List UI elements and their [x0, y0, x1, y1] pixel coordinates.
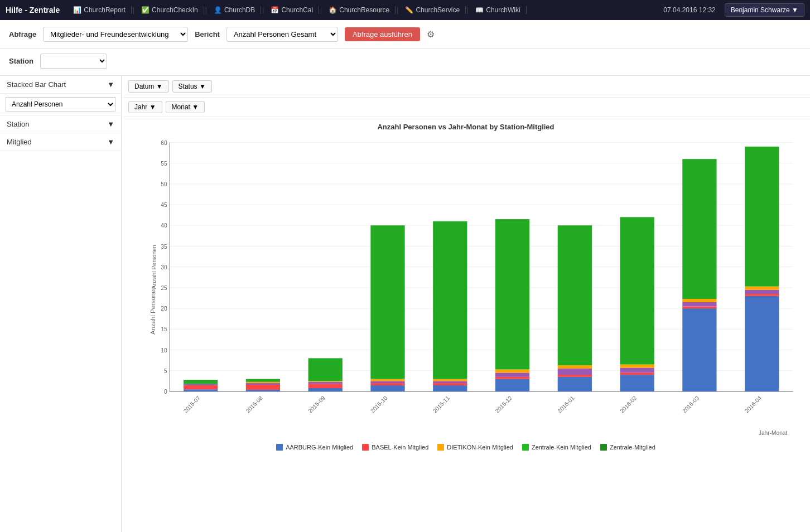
legend-item: DIETIKON-Kein Mitglied — [437, 444, 513, 451]
churchcheckin-icon: ✅ — [141, 6, 150, 14]
nav-link-churchdb[interactable]: 👤ChurchDB — [208, 6, 261, 14]
legend-item: BASEL-Kein Mitglied — [362, 444, 428, 451]
svg-rect-46 — [370, 383, 404, 385]
svg-rect-78 — [682, 299, 716, 302]
svg-rect-37 — [246, 379, 280, 382]
svg-rect-76 — [682, 306, 716, 308]
svg-text:2015-12: 2015-12 — [494, 395, 513, 414]
svg-rect-57 — [495, 379, 529, 391]
monat-caret-icon: ▼ — [192, 103, 199, 111]
y-axis-label-text: Anzahl Personen — [150, 286, 156, 335]
abfrage-label: Abfrage — [9, 30, 36, 38]
svg-rect-36 — [246, 382, 280, 383]
datum-caret-icon: ▼ — [156, 83, 163, 90]
svg-rect-43 — [308, 358, 343, 381]
jahr-filter-button[interactable]: Jahr ▼ — [128, 101, 162, 113]
jahr-caret-icon: ▼ — [150, 103, 156, 111]
metric-row: Anzahl Personen — [0, 94, 121, 115]
svg-text:2016-02: 2016-02 — [619, 395, 638, 414]
svg-text:20: 20 — [161, 306, 167, 312]
settings-icon-button[interactable]: ⚙ — [427, 29, 435, 40]
legend-color-swatch — [522, 444, 529, 451]
status-filter-button[interactable]: Status ▼ — [172, 80, 212, 93]
svg-rect-81 — [745, 296, 779, 391]
bar-chart-svg: Anzahl Personen 051015202530354045505560… — [150, 137, 804, 438]
svg-rect-31 — [184, 380, 218, 384]
svg-rect-63 — [558, 377, 592, 391]
svg-rect-82 — [745, 294, 779, 296]
svg-rect-42 — [308, 381, 343, 381]
svg-rect-35 — [246, 383, 280, 385]
nav-links: 📊ChurchReport | ✅ChurchCheckIn | 👤Church… — [68, 6, 663, 14]
monat-filter-button[interactable]: Monat ▼ — [166, 101, 205, 113]
nav-link-churchservice[interactable]: ✏️ChurchService — [399, 6, 466, 14]
status-caret-icon: ▼ — [199, 83, 206, 90]
sidebar: Stacked Bar Chart ▼ Anzahl Personen Stat… — [0, 76, 122, 532]
monat-label: Monat — [172, 103, 190, 111]
svg-rect-84 — [745, 287, 779, 290]
svg-rect-71 — [620, 368, 654, 373]
nav-link-churchresource[interactable]: 🏠ChurchResource — [323, 6, 396, 14]
mitglied-dropdown-button[interactable]: Mitglied ▼ — [0, 133, 121, 151]
metric-select[interactable]: Anzahl Personen — [6, 97, 115, 112]
nav-link-churchcheckin[interactable]: ✅ChurchCheckIn — [136, 6, 204, 14]
svg-text:45: 45 — [161, 202, 167, 208]
svg-rect-60 — [495, 369, 529, 373]
legend-item-label: BASEL-Kein Mitglied — [372, 444, 428, 451]
svg-text:2016-01: 2016-01 — [557, 395, 576, 414]
datum-filter-button[interactable]: Datum ▼ — [128, 80, 169, 93]
run-query-button[interactable]: Abfrage ausführen — [345, 27, 420, 41]
abfrage-select[interactable]: Mitglieder- und Freundesentwicklung — [43, 27, 188, 42]
nav-link-churchwiki[interactable]: 📖ChurchWiki — [470, 6, 526, 14]
svg-rect-69 — [620, 375, 654, 391]
jahr-label: Jahr — [134, 103, 147, 111]
chart-toolbar: Datum ▼ Status ▼ — [122, 76, 810, 98]
filter-bar-row2: Station — [0, 49, 810, 76]
bericht-select[interactable]: Anzahl Personen Gesamt — [226, 27, 338, 42]
svg-rect-45 — [370, 385, 404, 391]
svg-text:5: 5 — [164, 368, 167, 374]
legend-item-label: Zentrale-Kein Mitglied — [532, 444, 591, 451]
svg-rect-52 — [433, 383, 467, 385]
churchresource-icon: 🏠 — [329, 6, 337, 14]
svg-text:2015-10: 2015-10 — [369, 395, 388, 414]
legend-item-label: Zentrale-Mitglied — [610, 444, 655, 451]
svg-text:2016-04: 2016-04 — [744, 395, 763, 414]
nav-link-churchreport[interactable]: 📊ChurchReport — [68, 6, 132, 14]
nav-right: 07.04.2016 12:32 Benjamin Schwarze ▼ — [663, 3, 804, 17]
chart-type-caret-icon: ▼ — [107, 80, 114, 89]
legend-color-swatch — [437, 444, 444, 451]
nav-link-churchcal[interactable]: 📅ChurchCal — [265, 6, 319, 14]
svg-text:0: 0 — [164, 389, 167, 395]
user-menu-button[interactable]: Benjamin Schwarze ▼ — [725, 3, 804, 17]
svg-text:30: 30 — [161, 264, 167, 270]
svg-rect-73 — [620, 217, 654, 364]
station-select[interactable] — [40, 54, 107, 69]
svg-rect-64 — [558, 375, 592, 377]
svg-rect-79 — [682, 159, 716, 299]
churchdb-icon: 👤 — [214, 6, 222, 14]
legend-item: Zentrale-Mitglied — [600, 444, 655, 451]
svg-text:2016-03: 2016-03 — [681, 395, 700, 414]
chart-container: Anzahl Personen vs Jahr-Monat by Station… — [122, 117, 810, 439]
top-navigation: Hilfe - Zentrale 📊ChurchReport | ✅Church… — [0, 0, 810, 20]
svg-text:Jahr-Monat: Jahr-Monat — [759, 430, 788, 436]
svg-rect-58 — [495, 377, 529, 379]
svg-text:40: 40 — [161, 223, 167, 229]
svg-rect-85 — [745, 147, 779, 287]
bericht-label: Bericht — [195, 30, 220, 38]
svg-rect-67 — [558, 225, 592, 365]
brand-logo[interactable]: Hilfe - Zentrale — [6, 6, 60, 14]
metric-section: Anzahl Personen — [0, 94, 121, 115]
svg-rect-40 — [308, 384, 343, 388]
svg-rect-51 — [433, 385, 467, 391]
main-layout: Stacked Bar Chart ▼ Anzahl Personen Stat… — [0, 76, 810, 532]
svg-rect-33 — [246, 390, 280, 391]
legend-color-swatch — [600, 444, 607, 451]
chart-area: Datum ▼ Status ▼ Jahr ▼ Monat ▼ Anzahl P… — [122, 76, 810, 532]
chart-type-dropdown[interactable]: Stacked Bar Chart ▼ — [0, 76, 121, 93]
churchwiki-icon: 📖 — [475, 6, 484, 14]
svg-rect-66 — [558, 365, 592, 369]
legend-item: AARBURG-Kein Mitglied — [276, 444, 353, 451]
station-dropdown-button[interactable]: Station ▼ — [0, 115, 121, 133]
